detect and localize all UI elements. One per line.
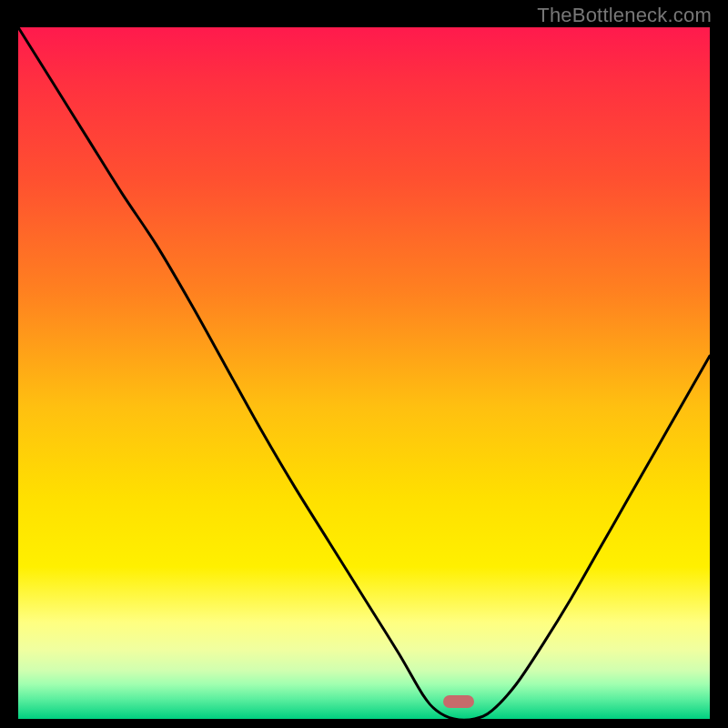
watermark-text: TheBottleneck.com bbox=[537, 4, 712, 27]
plot-area bbox=[18, 27, 710, 719]
bottleneck-curve bbox=[18, 27, 710, 719]
optimum-marker bbox=[443, 695, 474, 708]
chart-frame: TheBottleneck.com bbox=[0, 0, 728, 728]
